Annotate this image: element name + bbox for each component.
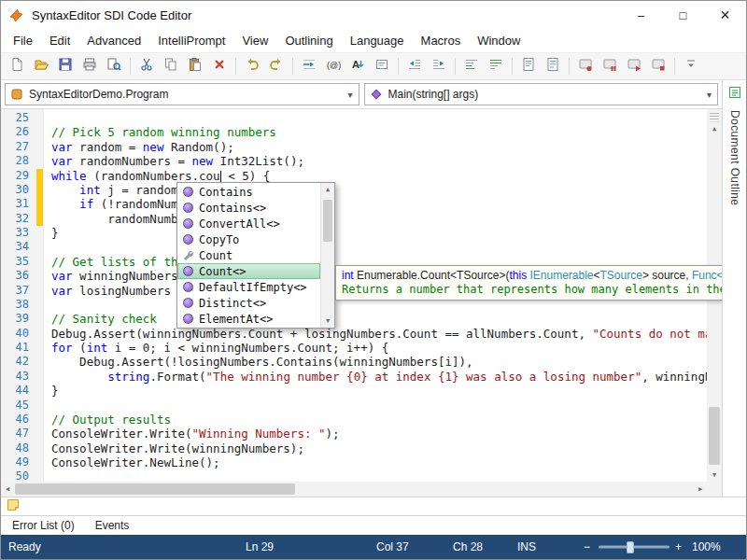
menu-item-file[interactable]: File xyxy=(5,31,41,50)
zoom-slider[interactable] xyxy=(599,546,669,549)
line-number[interactable]: 33 xyxy=(1,226,36,240)
line-number[interactable]: 44 xyxy=(1,384,36,398)
code-line-42[interactable]: 42 Debug.Assert(!losingNumbers.Contains(… xyxy=(1,355,707,369)
code-line-50[interactable]: 50 xyxy=(1,469,707,482)
code-line-33[interactable]: 33} xyxy=(1,226,707,240)
insert-symbol-button[interactable]: A xyxy=(346,55,369,77)
line-number[interactable]: 36 xyxy=(1,269,36,283)
code-line-44[interactable]: 44} xyxy=(1,384,707,398)
horizontal-scroll-thumb[interactable] xyxy=(15,483,295,495)
menu-item-macros[interactable]: Macros xyxy=(413,31,470,50)
code-line-28[interactable]: 28var randomNumbers = new Int32List(); xyxy=(1,154,707,168)
goto-line-button[interactable] xyxy=(298,55,320,77)
menu-item-advanced[interactable]: Advanced xyxy=(78,31,149,50)
code-line-25[interactable]: 25 xyxy=(1,111,707,125)
code-line-45[interactable]: 45 xyxy=(1,399,707,413)
vertical-scroll-thumb[interactable] xyxy=(709,407,720,465)
chevron-down-icon[interactable]: ▾ xyxy=(347,90,352,100)
completion-item[interactable]: ConvertAll<> xyxy=(177,216,320,231)
completion-item[interactable]: Contains xyxy=(177,184,320,200)
code-line-39[interactable]: 39// Sanity check xyxy=(1,312,707,326)
menu-item-view[interactable]: View xyxy=(233,31,276,50)
menu-item-edit[interactable]: Edit xyxy=(41,31,78,50)
line-number[interactable]: 34 xyxy=(1,240,36,254)
code-line-26[interactable]: 26// Pick 5 random winning numbers xyxy=(1,125,707,139)
code-line-34[interactable]: 34 xyxy=(1,240,707,254)
zoom-in-button[interactable]: + xyxy=(675,540,682,553)
completion-item[interactable]: Count xyxy=(177,247,320,263)
line-number[interactable]: 38 xyxy=(1,298,36,312)
line-number[interactable]: 50 xyxy=(1,469,36,482)
menu-item-window[interactable]: Window xyxy=(469,31,529,50)
scroll-down-icon[interactable]: ▼ xyxy=(321,315,334,328)
splitter-grip[interactable] xyxy=(710,111,719,122)
close-button[interactable]: × xyxy=(704,1,746,29)
line-number[interactable]: 40 xyxy=(1,327,36,341)
undo-button[interactable] xyxy=(241,55,263,77)
insert-snippet-button[interactable] xyxy=(371,55,393,77)
copy-button[interactable] xyxy=(160,55,182,77)
completion-item[interactable]: Count<> xyxy=(177,263,320,279)
title-bar[interactable]: SyntaxEditor SDI Code Editor – □ × xyxy=(1,1,746,29)
chevron-down-icon[interactable]: ▾ xyxy=(707,90,712,100)
maximize-button[interactable]: □ xyxy=(662,1,704,29)
line-number[interactable]: 30 xyxy=(1,183,36,197)
page-note-icon[interactable] xyxy=(6,497,21,516)
menu-item-outlining[interactable]: Outlining xyxy=(276,31,341,50)
line-number[interactable]: 28 xyxy=(1,154,36,168)
uncomment-lines-button[interactable] xyxy=(485,55,507,77)
completion-item[interactable]: Contains<> xyxy=(177,200,320,216)
zoom-out-button[interactable]: − xyxy=(584,540,590,553)
delete-button[interactable] xyxy=(208,55,231,77)
format-document-button[interactable] xyxy=(517,55,540,77)
code-line-31[interactable]: 31 if (!randomNum xyxy=(1,197,707,211)
indent-button[interactable] xyxy=(428,55,450,77)
horizontal-scrollbar[interactable]: ◀ ▶ xyxy=(1,482,707,497)
paste-button[interactable] xyxy=(184,55,206,77)
line-number[interactable]: 43 xyxy=(1,370,36,384)
minimize-button[interactable]: – xyxy=(620,1,662,29)
save-button[interactable] xyxy=(54,55,77,77)
line-number[interactable]: 29 xyxy=(1,169,36,183)
stop-macro-button[interactable] xyxy=(647,55,669,77)
toolbar-overflow-button[interactable] xyxy=(680,55,702,77)
code-line-46[interactable]: 46// Output results xyxy=(1,413,707,427)
document-outline-tab[interactable]: Document Outline xyxy=(722,80,746,497)
tab-events[interactable]: Events xyxy=(86,517,139,534)
completion-item[interactable]: Distinct<> xyxy=(177,295,320,311)
completion-item[interactable]: DefaultIfEmpty<> xyxy=(177,279,320,295)
line-number[interactable]: 45 xyxy=(1,399,36,413)
complete-word-button[interactable]: (@) xyxy=(322,55,345,77)
code-line-29[interactable]: 29while (randomNumbers.cou < 5) { xyxy=(1,169,707,183)
print-button[interactable] xyxy=(78,55,101,77)
record-macro-button[interactable] xyxy=(574,55,597,77)
scroll-left-icon[interactable]: ◀ xyxy=(1,482,14,497)
line-number[interactable]: 49 xyxy=(1,455,36,469)
line-number[interactable]: 48 xyxy=(1,441,36,455)
comment-lines-button[interactable] xyxy=(460,55,483,77)
line-number[interactable]: 42 xyxy=(1,355,36,369)
tab-error-list[interactable]: Error List (0) xyxy=(3,517,84,534)
scroll-up-icon[interactable]: ▲ xyxy=(707,122,722,135)
type-dropdown[interactable]: SyntaxEditorDemo.Program ▾ xyxy=(5,83,359,105)
completion-scrollbar[interactable]: ▲ ▼ xyxy=(320,183,334,328)
line-number[interactable]: 25 xyxy=(1,111,36,125)
scroll-up-icon[interactable]: ▲ xyxy=(321,183,334,196)
format-selection-button[interactable] xyxy=(542,55,564,77)
new-document-button[interactable] xyxy=(6,55,28,77)
code-line-40[interactable]: 40Debug.Assert(winningNumbers.Count + lo… xyxy=(1,327,707,341)
code-line-43[interactable]: 43 string.Format("The winning number {0}… xyxy=(1,370,707,384)
line-number[interactable]: 26 xyxy=(1,125,36,139)
line-number[interactable]: 31 xyxy=(1,197,36,211)
code-editor[interactable]: 2526// Pick 5 random winning numbers27va… xyxy=(1,108,722,497)
completion-item[interactable]: CopyTo xyxy=(177,231,320,247)
code-line-48[interactable]: 48ConsoleWriter.Write(winningNumbers); xyxy=(1,441,707,455)
pause-macro-button[interactable] xyxy=(599,55,621,77)
code-line-27[interactable]: 27var random = new Random(); xyxy=(1,140,707,154)
line-number[interactable]: 39 xyxy=(1,312,36,326)
open-file-button[interactable] xyxy=(30,55,52,77)
zoom-slider-thumb[interactable] xyxy=(627,541,634,553)
line-number[interactable]: 35 xyxy=(1,255,36,269)
code-line-32[interactable]: 32 randomNumb xyxy=(1,212,707,226)
completion-item[interactable]: ElementAt<> xyxy=(177,311,320,327)
